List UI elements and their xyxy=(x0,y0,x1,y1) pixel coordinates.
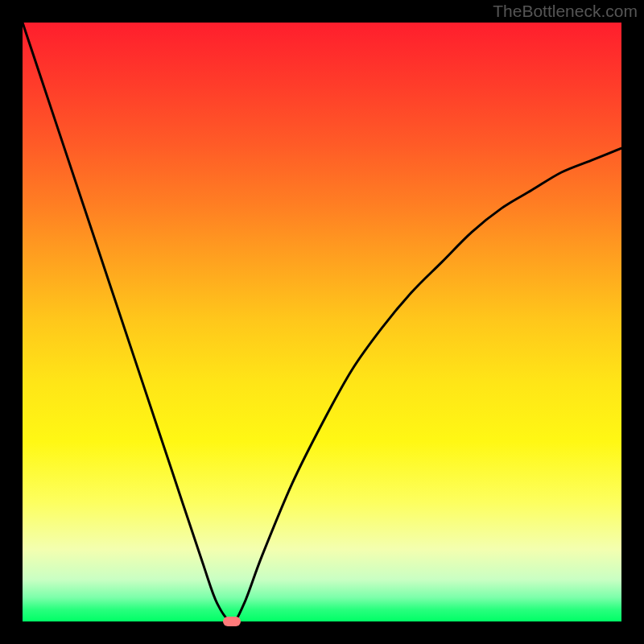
plot-area xyxy=(23,23,621,621)
curve-svg xyxy=(23,23,621,621)
bottleneck-curve xyxy=(23,23,621,621)
watermark-text: TheBottleneck.com xyxy=(493,2,638,21)
optimum-marker xyxy=(223,617,241,626)
chart-frame: TheBottleneck.com xyxy=(0,0,644,644)
